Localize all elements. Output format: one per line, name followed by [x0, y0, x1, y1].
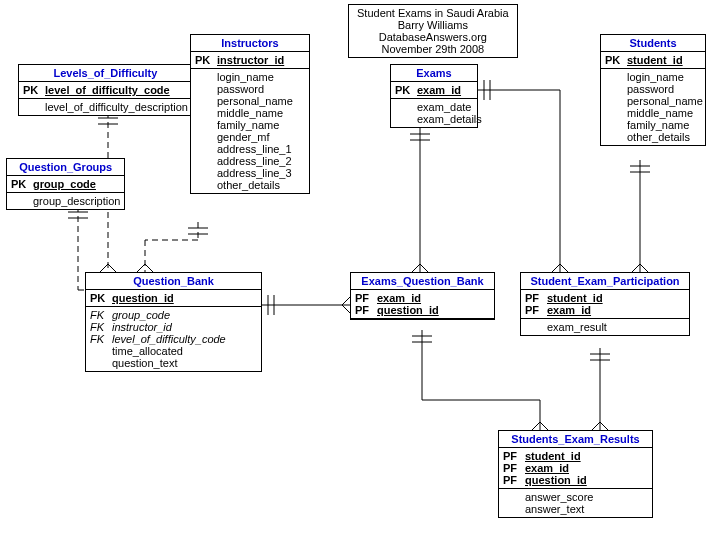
key-label: [605, 83, 627, 95]
entity-title: Instructors: [191, 35, 309, 52]
attribute-name: family_name: [627, 119, 701, 131]
svg-line-15: [145, 264, 153, 272]
key-label: [195, 71, 217, 83]
key-label: [195, 107, 217, 119]
key-label: PF: [355, 304, 377, 316]
attribute-row: answer_text: [503, 503, 648, 515]
attribute-name: exam_id: [377, 292, 490, 304]
attribute-row: PFstudent_id: [525, 292, 685, 304]
attribute-name: exam_id: [417, 84, 473, 96]
attribute-row: password: [195, 83, 305, 95]
key-label: [605, 119, 627, 131]
attribute-name: instructor_id: [217, 54, 305, 66]
key-label: [195, 143, 217, 155]
attribute-name: student_id: [547, 292, 685, 304]
attribute-name: address_line_1: [217, 143, 305, 155]
svg-line-43: [540, 422, 548, 430]
attribute-name: student_id: [627, 54, 701, 66]
attribute-row: PFexam_id: [355, 292, 490, 304]
attribute-row: level_of_difficulty_description: [23, 101, 188, 113]
attribute-name: personal_name: [627, 95, 703, 107]
attribute-name: group_code: [33, 178, 120, 190]
key-label: [90, 345, 112, 357]
attribute-row: PKstudent_id: [605, 54, 701, 66]
svg-line-30: [552, 264, 560, 272]
key-label: [11, 195, 33, 207]
key-label: [395, 101, 417, 113]
attribute-row: address_line_3: [195, 167, 305, 179]
attribute-name: time_allocated: [112, 345, 257, 357]
attribute-row: address_line_2: [195, 155, 305, 167]
info-line1: Student Exams in Saudi Arabia: [357, 7, 509, 19]
key-label: [525, 321, 547, 333]
attribute-name: student_id: [525, 450, 648, 462]
entity-title: Exams_Question_Bank: [351, 273, 494, 290]
info-line2: Barry Williams: [357, 19, 509, 31]
key-label: FK: [90, 309, 112, 321]
attribute-row: PFexam_id: [503, 462, 648, 474]
attribute-name: middle_name: [627, 107, 701, 119]
svg-line-4: [108, 264, 116, 272]
svg-line-42: [532, 422, 540, 430]
attribute-name: exam_details: [417, 113, 482, 125]
attribute-row: personal_name: [605, 95, 701, 107]
svg-line-19: [342, 297, 350, 305]
key-label: [503, 503, 525, 515]
entity-title: Students_Exam_Results: [499, 431, 652, 448]
key-label: PK: [605, 54, 627, 66]
key-label: PF: [503, 474, 525, 486]
attribute-row: gender_mf: [195, 131, 305, 143]
attribute-name: login_name: [627, 71, 701, 83]
attribute-row: time_allocated: [90, 345, 257, 357]
key-label: PF: [503, 462, 525, 474]
attribute-row: exam_result: [525, 321, 685, 333]
key-label: PF: [525, 292, 547, 304]
key-label: [605, 107, 627, 119]
attribute-name: exam_date: [417, 101, 473, 113]
key-label: PF: [525, 304, 547, 316]
entity-title: Levels_of_Difficulty: [19, 65, 192, 82]
attribute-row: login_name: [605, 71, 701, 83]
svg-line-24: [412, 264, 420, 272]
attribute-name: other_details: [627, 131, 701, 143]
attribute-row: middle_name: [195, 107, 305, 119]
info-line4: November 29th 2008: [357, 43, 509, 55]
key-label: PF: [355, 292, 377, 304]
attribute-row: exam_details: [395, 113, 473, 125]
entity-student-exam-participation: Student_Exam_Participation PFstudent_idP…: [520, 272, 690, 336]
attribute-name: group_code: [112, 309, 257, 321]
key-label: [90, 357, 112, 369]
attribute-name: question_id: [525, 474, 648, 486]
key-label: [395, 113, 417, 125]
attribute-name: instructor_id: [112, 321, 257, 333]
attribute-name: password: [627, 83, 701, 95]
attribute-name: level_of_difficulty_code: [45, 84, 188, 96]
key-label: PK: [195, 54, 217, 66]
entity-question-bank: Question_Bank PKquestion_id FKgroup_code…: [85, 272, 262, 372]
attribute-row: FKinstructor_id: [90, 321, 257, 333]
entity-title: Students: [601, 35, 705, 52]
attribute-name: other_details: [217, 179, 305, 191]
key-label: [23, 101, 45, 113]
svg-line-14: [137, 264, 145, 272]
attribute-name: exam_result: [547, 321, 685, 333]
key-label: [605, 95, 627, 107]
svg-line-3: [100, 264, 108, 272]
key-label: PK: [90, 292, 112, 304]
entity-levels-of-difficulty: Levels_of_Difficulty PKlevel_of_difficul…: [18, 64, 193, 116]
attribute-row: family_name: [195, 119, 305, 131]
key-label: [195, 83, 217, 95]
attribute-row: other_details: [605, 131, 701, 143]
svg-line-35: [632, 264, 640, 272]
attribute-row: FKlevel_of_difficulty_code: [90, 333, 257, 345]
attribute-row: login_name: [195, 71, 305, 83]
attribute-row: PFstudent_id: [503, 450, 648, 462]
key-label: [195, 95, 217, 107]
key-label: PK: [11, 178, 33, 190]
key-label: FK: [90, 333, 112, 345]
entity-exams-question-bank: Exams_Question_Bank PFexam_idPFquestion_…: [350, 272, 495, 320]
key-label: PF: [503, 450, 525, 462]
attribute-row: FKgroup_code: [90, 309, 257, 321]
attribute-row: family_name: [605, 119, 701, 131]
attribute-row: question_text: [90, 357, 257, 369]
